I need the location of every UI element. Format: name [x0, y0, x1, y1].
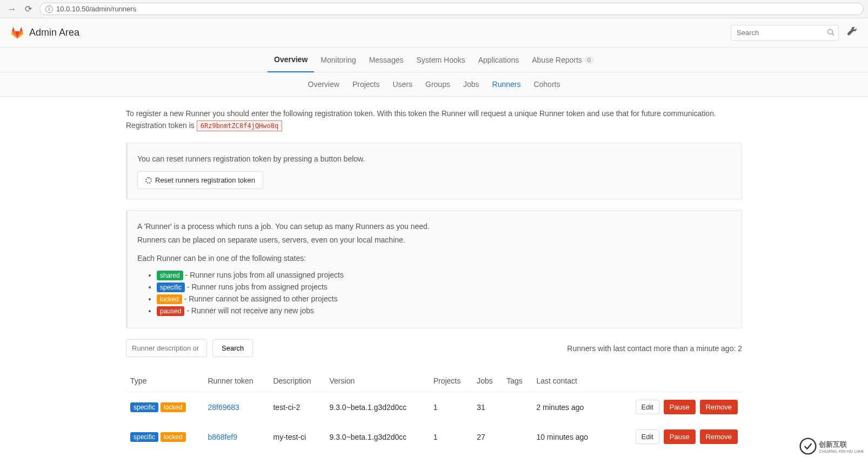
badge-locked: locked	[161, 432, 186, 442]
state-shared: shared - Runner runs jobs from all unass…	[157, 271, 732, 280]
subnav-overview[interactable]: Overview	[302, 80, 346, 89]
nav-messages[interactable]: Messages	[363, 48, 410, 72]
state-locked: locked - Runner cannot be assigned to ot…	[157, 294, 732, 304]
badge-paused: paused	[157, 306, 184, 316]
cell-description: my-test-ci	[269, 422, 325, 452]
cell-token: b868fef9	[203, 422, 269, 452]
cell-version: 9.3.0~beta.1.g3d2d0cc	[325, 422, 429, 452]
runner-status-text: Runners with last contact more than a mi…	[567, 344, 742, 353]
cell-last-contact: 2 minutes ago	[532, 392, 605, 422]
badge-specific: specific	[130, 402, 158, 412]
nav-overview[interactable]: Overview	[268, 48, 314, 72]
badge-locked: locked	[157, 294, 182, 304]
spinner-icon	[145, 177, 152, 184]
search-icon	[827, 28, 834, 37]
cell-tags	[502, 422, 532, 452]
th-tags: Tags	[502, 370, 532, 392]
badge-specific: specific	[130, 432, 158, 442]
cell-jobs: 31	[472, 392, 502, 422]
svg-point-0	[828, 29, 833, 34]
cell-version: 9.3.0~beta.1.g3d2d0cc	[325, 392, 429, 422]
info-icon: i	[45, 5, 53, 13]
badge-shared: shared	[157, 271, 183, 280]
th-version: Version	[325, 370, 429, 392]
cell-type: specific locked	[126, 422, 203, 452]
wrench-icon[interactable]	[847, 27, 857, 38]
th-token: Runner token	[203, 370, 269, 392]
subnav-runners[interactable]: Runners	[486, 80, 528, 89]
state-specific: specific - Runner runs jobs from assigne…	[157, 283, 732, 292]
cell-jobs: 27	[472, 422, 502, 452]
nav-secondary: Overview Projects Users Groups Jobs Runn…	[0, 72, 868, 97]
browser-reload-icon[interactable]: ⟳	[22, 3, 35, 15]
info-p2: Runners can be placed on separate users,…	[137, 234, 732, 246]
th-jobs: Jobs	[472, 370, 502, 392]
cell-token: 28f69683	[203, 392, 269, 422]
table-row: specific locked 28f69683 test-ci-2 9.3.0…	[126, 392, 742, 422]
page-title: Admin Area	[29, 27, 79, 38]
cell-actions: Edit Pause Remove	[605, 422, 742, 452]
gitlab-icon	[11, 26, 24, 39]
edit-button[interactable]: Edit	[636, 400, 659, 414]
reset-token-card: You can reset runners registration token…	[126, 143, 742, 199]
th-actions	[605, 370, 742, 392]
cell-tags	[502, 392, 532, 422]
cell-last-contact: 10 minutes ago	[532, 422, 605, 452]
subnav-jobs[interactable]: Jobs	[457, 80, 486, 89]
cell-description: test-ci-2	[269, 392, 325, 422]
browser-forward-icon[interactable]: →	[4, 3, 19, 15]
search-input[interactable]	[731, 25, 839, 41]
url-text: 10.0.10.50/admin/runners	[56, 5, 136, 13]
pause-button[interactable]: Pause	[664, 429, 696, 444]
reset-token-text: You can reset runners registration token…	[137, 153, 732, 165]
runners-table: Type Runner token Description Version Pr…	[126, 370, 742, 452]
subnav-projects[interactable]: Projects	[346, 80, 386, 89]
url-bar[interactable]: i 10.0.10.50/admin/runners	[39, 3, 864, 15]
runner-token-link[interactable]: b868fef9	[208, 433, 237, 441]
watermark: 创新互联 CHUANG XIN HU LIAN	[795, 435, 868, 457]
runner-search-button[interactable]: Search	[212, 339, 253, 357]
nav-monitoring[interactable]: Monitoring	[314, 48, 362, 72]
page-header: Admin Area	[0, 18, 868, 48]
badge-locked: locked	[161, 402, 186, 412]
subnav-cohorts[interactable]: Cohorts	[527, 80, 566, 89]
subnav-groups[interactable]: Groups	[419, 80, 457, 89]
pause-button[interactable]: Pause	[664, 400, 696, 414]
info-p3: Each Runner can be in one of the followi…	[137, 252, 732, 264]
remove-button[interactable]: Remove	[700, 429, 738, 444]
cell-actions: Edit Pause Remove	[605, 392, 742, 422]
logo[interactable]: Admin Area	[11, 26, 79, 39]
svg-line-1	[832, 33, 834, 36]
nav-primary: Overview Monitoring Messages System Hook…	[0, 48, 868, 72]
abuse-badge: 0	[584, 56, 594, 64]
runner-states-list: shared - Runner runs jobs from all unass…	[137, 271, 732, 316]
badge-specific: specific	[157, 283, 185, 292]
subnav-users[interactable]: Users	[386, 80, 419, 89]
cell-projects: 1	[429, 392, 473, 422]
info-p1: A 'Runner' is a process which runs a job…	[137, 220, 732, 232]
filter-row: Search Runners with last contact more th…	[126, 339, 742, 357]
th-description: Description	[269, 370, 325, 392]
browser-bar: → ⟳ i 10.0.10.50/admin/runners	[0, 0, 868, 18]
watermark-logo-icon	[799, 438, 817, 455]
runner-token-link[interactable]: 28f69683	[208, 403, 239, 412]
registration-token: 6Rz9bnmtZC8f4jQHwo8q	[197, 120, 283, 131]
th-last-contact: Last contact	[532, 370, 605, 392]
main-container: To register a new Runner you should ente…	[115, 97, 753, 457]
nav-system-hooks[interactable]: System Hooks	[410, 48, 471, 72]
th-projects: Projects	[429, 370, 473, 392]
svg-point-2	[800, 439, 816, 454]
cell-type: specific locked	[126, 392, 203, 422]
nav-abuse-reports[interactable]: Abuse Reports0	[525, 48, 600, 72]
table-row: specific locked b868fef9 my-test-ci 9.3.…	[126, 422, 742, 452]
runner-filter-input[interactable]	[126, 339, 207, 357]
remove-button[interactable]: Remove	[700, 400, 738, 414]
reset-token-button[interactable]: Reset runners registration token	[137, 171, 263, 189]
header-search	[731, 25, 839, 41]
intro-text: To register a new Runner you should ente…	[126, 107, 742, 132]
edit-button[interactable]: Edit	[636, 429, 659, 444]
cell-projects: 1	[429, 422, 473, 452]
nav-applications[interactable]: Applications	[472, 48, 526, 72]
state-paused: paused - Runner will not receive any new…	[157, 306, 732, 316]
runner-info-card: A 'Runner' is a process which runs a job…	[126, 210, 742, 328]
